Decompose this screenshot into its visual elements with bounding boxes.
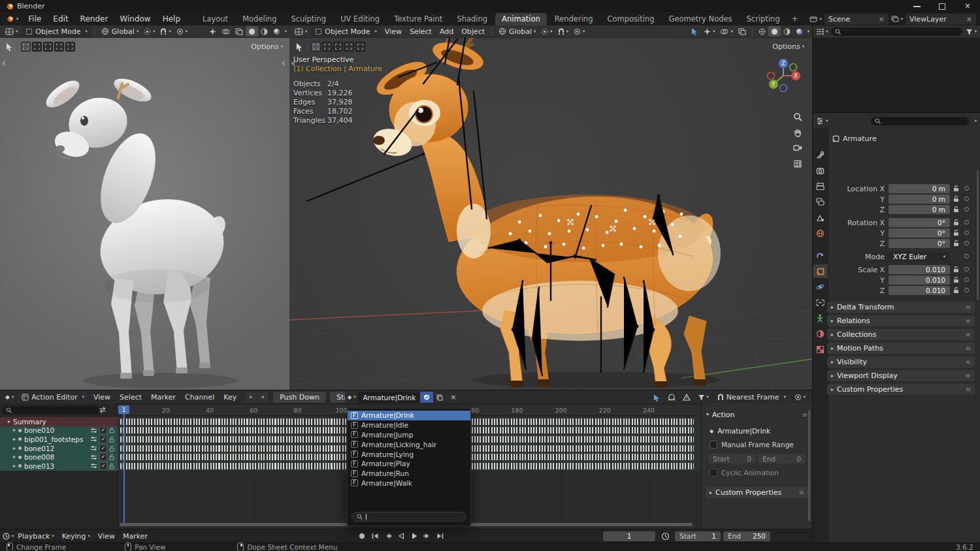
- animate-dot[interactable]: [964, 207, 969, 212]
- lock-icon[interactable]: [953, 195, 959, 202]
- grip-icon[interactable]: ≡: [966, 372, 971, 379]
- animate-dot[interactable]: [964, 230, 969, 235]
- tool-options-dropdown[interactable]: Options ▾: [772, 42, 804, 51]
- rotation-z-field[interactable]: 0°: [889, 239, 950, 248]
- tab-scripting[interactable]: Scripting: [740, 13, 787, 25]
- shading-rendered-button[interactable]: [793, 26, 806, 37]
- zoom-icon[interactable]: [793, 112, 802, 121]
- proportional-edit-toggle[interactable]: ▾: [174, 26, 190, 37]
- select-mode-invert-button[interactable]: [344, 42, 354, 52]
- editor-type-button[interactable]: ▾: [816, 28, 828, 35]
- side-panel-scrollbar[interactable]: [808, 410, 810, 521]
- mode-dropdown[interactable]: Object Mode ▾: [311, 26, 381, 37]
- region-toggle-arrow-icon[interactable]: [1, 60, 5, 67]
- manual-frame-range-row[interactable]: Manual Frame Range: [702, 439, 812, 450]
- show-gizmo-toggle[interactable]: [206, 26, 219, 37]
- channel-enable-checkbox[interactable]: ✓: [99, 426, 107, 434]
- properties-search-input[interactable]: [871, 117, 968, 125]
- orientation-dropdown[interactable]: Global ▾: [496, 26, 538, 37]
- sliders-icon[interactable]: [90, 436, 97, 442]
- lock-icon[interactable]: [953, 219, 959, 226]
- panel-delta-transform[interactable]: ▸Delta Transform≡: [827, 302, 975, 313]
- dropdown-search-input[interactable]: [351, 512, 466, 522]
- play-button[interactable]: [408, 531, 420, 541]
- push-down-button[interactable]: Push Down: [273, 392, 326, 403]
- panel-collections[interactable]: ▸Collections≡: [827, 329, 975, 340]
- channel-enable-checkbox[interactable]: ✓: [99, 435, 107, 443]
- menu-marker[interactable]: Marker: [147, 393, 180, 401]
- location-y-field[interactable]: 0 m: [889, 195, 950, 204]
- tab-compositing[interactable]: Compositing: [600, 13, 661, 25]
- viewlayer-browse-button[interactable]: ▾: [891, 16, 903, 22]
- panel-motion-paths[interactable]: ▸Motion Paths≡: [827, 343, 975, 354]
- unlink-scene-icon[interactable]: ×: [879, 15, 885, 24]
- animate-dot[interactable]: [964, 277, 969, 282]
- selectability-toggle[interactable]: [688, 26, 701, 37]
- select-mode-subtract-button[interactable]: [333, 42, 343, 52]
- scene-browse-button[interactable]: ▾: [809, 16, 821, 22]
- editor-type-button[interactable]: ◆ ▾: [3, 392, 16, 402]
- shading-solid-button[interactable]: [768, 26, 781, 37]
- channel-bone008[interactable]: ▸ bone008 ✓: [0, 452, 118, 462]
- clay-deer-model[interactable]: [0, 38, 289, 390]
- tab-material[interactable]: [816, 330, 825, 338]
- action-list-item[interactable]: FArmature|Licking_hair: [348, 439, 470, 449]
- pan-hand-icon[interactable]: [793, 128, 802, 137]
- panel-viewport-display[interactable]: ▸Viewport Display≡: [827, 370, 975, 381]
- lock-icon[interactable]: [109, 427, 114, 433]
- select-mode-subtract-button[interactable]: [43, 42, 53, 52]
- action-panel-header[interactable]: ▾ Action ≡: [702, 409, 812, 420]
- preview-range-toggle[interactable]: [661, 532, 670, 541]
- snap-magnet-toggle[interactable]: ▾: [555, 26, 571, 37]
- new-action-copy-button[interactable]: [433, 392, 446, 403]
- lock-icon[interactable]: [953, 276, 959, 283]
- snap-magnet-toggle[interactable]: ▾: [157, 26, 173, 37]
- select-mode-intersect-button[interactable]: [65, 42, 75, 52]
- shading-material-button[interactable]: [258, 26, 270, 37]
- tab-output[interactable]: [816, 182, 825, 191]
- location-z-field[interactable]: 0 m: [889, 205, 950, 214]
- scale-x-field[interactable]: 0.010: [889, 265, 950, 274]
- viewport-left-canvas[interactable]: Options ▾: [0, 38, 289, 390]
- scale-z-field[interactable]: 0.010: [889, 286, 950, 295]
- grip-icon[interactable]: ≡: [966, 304, 971, 311]
- pivot-dropdown[interactable]: ▾: [538, 26, 555, 37]
- lock-icon[interactable]: [109, 445, 114, 452]
- previous-keyframe-button[interactable]: [382, 531, 394, 541]
- navigation-gizmo[interactable]: Z X Y: [765, 57, 802, 94]
- show-errors-toggle[interactable]: [680, 392, 693, 403]
- camera-view-icon[interactable]: [793, 144, 802, 151]
- only-selected-toggle[interactable]: [650, 392, 663, 403]
- sliders-icon[interactable]: [90, 463, 97, 469]
- menu-view[interactable]: View: [381, 27, 406, 36]
- channel-bone010[interactable]: ▸ bone010 ✓: [0, 426, 118, 435]
- textured-deer-model[interactable]: [289, 38, 812, 390]
- snap-dropdown[interactable]: Nearest Frame ▾: [713, 392, 790, 403]
- menu-file[interactable]: File: [22, 12, 47, 25]
- action-list-item[interactable]: FArmature|Jump: [348, 430, 470, 440]
- filter-funnel-dropdown[interactable]: ▾: [695, 392, 711, 403]
- lock-icon[interactable]: [109, 463, 114, 469]
- tab-render[interactable]: [816, 166, 825, 175]
- jump-to-start-button[interactable]: [369, 531, 381, 541]
- tab-texture[interactable]: [816, 345, 825, 354]
- menu-edit[interactable]: Edit: [47, 12, 74, 25]
- menu-keying[interactable]: Keying▾: [58, 532, 94, 541]
- orientation-dropdown[interactable]: Global ▾: [99, 26, 141, 37]
- linked-action-row[interactable]: ◆ Armature|Drink: [702, 426, 812, 436]
- region-toggle-arrow-icon[interactable]: [291, 60, 295, 67]
- tab-constraints[interactable]: [816, 298, 825, 307]
- shading-rendered-button[interactable]: [270, 26, 283, 37]
- animate-dot[interactable]: [964, 186, 969, 191]
- playhead-frame-badge[interactable]: 1: [118, 405, 129, 414]
- tab-world[interactable]: [816, 229, 825, 238]
- menu-select[interactable]: Select: [406, 27, 436, 36]
- animate-dot[interactable]: [964, 288, 969, 292]
- shading-wireframe-button[interactable]: [756, 26, 768, 37]
- pivot-dropdown[interactable]: ▾: [141, 26, 157, 37]
- sliders-icon[interactable]: [90, 454, 97, 460]
- gizmos-dropdown[interactable]: ▾: [701, 26, 717, 37]
- grip-icon[interactable]: ≡: [966, 345, 971, 352]
- overlays-toggle[interactable]: [219, 26, 233, 37]
- minimize-icon[interactable]: [913, 6, 921, 7]
